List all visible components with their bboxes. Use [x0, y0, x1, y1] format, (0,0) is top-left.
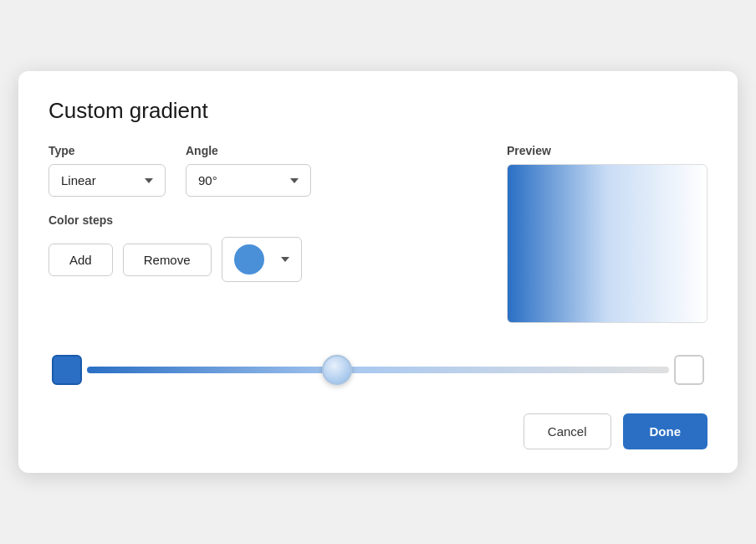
- cancel-button[interactable]: Cancel: [524, 413, 611, 449]
- angle-chevron-down-icon: [290, 178, 299, 183]
- custom-gradient-dialog: Custom gradient Type Linear Angle 90°: [18, 71, 738, 473]
- color-steps-buttons: Add Remove: [49, 237, 480, 282]
- dialog-title: Custom gradient: [49, 98, 707, 124]
- slider-track: [87, 367, 669, 373]
- color-steps-label: Color steps: [49, 213, 480, 227]
- color-picker-chevron-down-icon: [281, 257, 289, 262]
- slider-wrapper[interactable]: [87, 350, 669, 390]
- type-label: Type: [49, 144, 166, 157]
- color-circle: [234, 244, 264, 275]
- type-dropdown[interactable]: Linear: [49, 164, 166, 197]
- top-section: Type Linear Angle 90° Color steps Ad: [49, 144, 707, 323]
- left-section: Type Linear Angle 90° Color steps Ad: [49, 144, 480, 282]
- slider-right-color-indicator[interactable]: [674, 355, 704, 385]
- right-section: Preview: [507, 144, 707, 323]
- angle-field-block: Angle 90°: [186, 144, 311, 197]
- add-button[interactable]: Add: [49, 244, 113, 276]
- done-button[interactable]: Done: [623, 413, 708, 449]
- angle-dropdown[interactable]: 90°: [186, 164, 311, 197]
- type-field-block: Type Linear: [49, 144, 166, 197]
- color-picker-button[interactable]: [222, 237, 302, 282]
- slider-left-color-indicator[interactable]: [52, 355, 82, 385]
- preview-box: [507, 164, 707, 323]
- preview-label: Preview: [507, 144, 707, 157]
- type-chevron-down-icon: [145, 178, 153, 183]
- slider-thumb[interactable]: [322, 355, 352, 385]
- remove-button[interactable]: Remove: [123, 244, 212, 276]
- angle-value: 90°: [198, 173, 217, 187]
- slider-section: [49, 350, 707, 390]
- slider-track-container: [52, 350, 704, 390]
- type-value: Linear: [61, 173, 96, 187]
- footer: Cancel Done: [49, 413, 707, 449]
- field-group: Type Linear Angle 90°: [49, 144, 480, 197]
- angle-label: Angle: [186, 144, 311, 157]
